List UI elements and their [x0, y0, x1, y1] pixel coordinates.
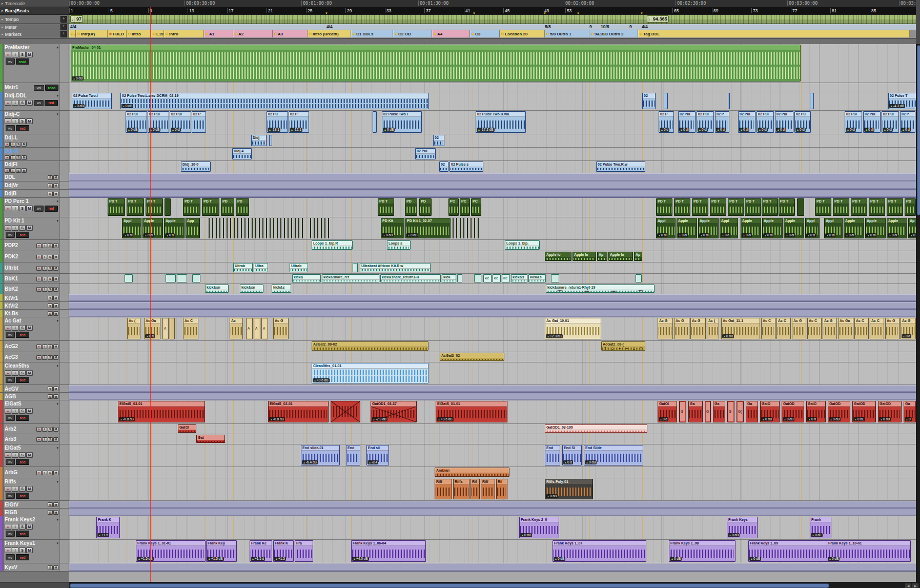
- automation-mode-button[interactable]: red: [16, 531, 29, 537]
- audio-clip[interactable]: PD T: [674, 198, 690, 216]
- audio-clip[interactable]: Appl▲0 dl: [122, 218, 141, 238]
- audio-clip[interactable]: Apple▲0 dl: [784, 218, 804, 238]
- audio-clip[interactable]: A: [162, 318, 169, 339]
- clip-gain-badge[interactable]: ▲0 dl: [845, 233, 855, 237]
- mute-button[interactable]: M: [53, 565, 58, 570]
- audio-clip[interactable]: 02 Pul▲0 dl: [845, 111, 862, 133]
- clip-gain-badge[interactable]: ▲+0.6 dB: [437, 417, 454, 421]
- audio-clip[interactable]: PD T: [378, 198, 394, 216]
- track-header[interactable]: PD Kit 1▾●ISMwvred: [0, 217, 69, 240]
- record-arm-button[interactable]: ●: [5, 225, 11, 231]
- audio-clip[interactable]: kick&snare_ret: [322, 274, 379, 282]
- clip-gain-badge[interactable]: ▲0 d: [806, 233, 816, 237]
- audio-clip[interactable]: GatO▲0 dB: [760, 401, 780, 422]
- record-arm-button[interactable]: ●: [5, 142, 10, 147]
- automation-mode-button[interactable]: red: [16, 377, 29, 383]
- scroll-right-button[interactable]: ▶: [912, 583, 919, 588]
- mute-button[interactable]: M: [53, 344, 58, 349]
- track-header[interactable]: KysVSM: [0, 563, 69, 572]
- track-options-icon[interactable]: ▾: [56, 46, 59, 50]
- ruler-bars[interactable]: ▸Bars|Beats15913172125293337414549536569…: [0, 7, 920, 15]
- audio-clip[interactable]: Ap▲0: [908, 218, 916, 238]
- audio-clip[interactable]: 02 Pul▲0 dl: [863, 111, 881, 133]
- input-monitor-button[interactable]: I: [12, 325, 18, 331]
- audio-clip[interactable]: Ultra: [254, 263, 268, 272]
- audio-clip[interactable]: End Slide▲0 dB: [584, 445, 643, 465]
- track-header[interactable]: BbK2●ISM: [0, 284, 69, 294]
- audio-clip[interactable]: 02 Pu▲0 dl: [794, 111, 811, 133]
- audio-clip[interactable]: Ac G: [273, 318, 289, 339]
- solo-button[interactable]: S: [16, 142, 21, 147]
- meter-event[interactable]: 9: [629, 24, 632, 29]
- clip-gain-badge[interactable]: ▲0 dl: [699, 233, 709, 237]
- clip-gain-badge[interactable]: ▲0: [905, 417, 912, 421]
- marker-chip[interactable]: ◆A2: [233, 30, 273, 37]
- clip-gain-badge[interactable]: ▲0 dB: [406, 233, 418, 237]
- solo-button[interactable]: S: [16, 155, 21, 160]
- clip-gain-badge[interactable]: ▲0 dE: [811, 533, 823, 537]
- audio-clip[interactable]: Apple▲0 dl: [887, 218, 907, 238]
- clip-gain-badge[interactable]: ▲-19.1: [268, 128, 280, 132]
- waveform-view-button[interactable]: wv: [6, 493, 15, 499]
- marker-chip[interactable]: ◆9&10/8 Outro 2: [589, 30, 638, 37]
- mute-button[interactable]: M: [53, 296, 58, 300]
- audio-clip[interactable]: kick&sn: [205, 285, 229, 293]
- solo-button[interactable]: S: [19, 370, 26, 376]
- audio-clip[interactable]: Apple lo: [545, 252, 571, 261]
- audio-clip[interactable]: GatOD1_03-100: [545, 424, 647, 433]
- input-monitor-button[interactable]: I: [10, 155, 15, 160]
- track-header[interactable]: AcGVSM: [0, 385, 69, 393]
- clip-gain-badge[interactable]: ▲0 dB: [546, 494, 558, 498]
- solo-button[interactable]: S: [48, 565, 53, 570]
- collapse-icon[interactable]: ▸: [2, 2, 4, 6]
- clip-gain-badge[interactable]: ▲+4.0 dB: [352, 557, 369, 561]
- clip-gain-badge[interactable]: ▲0 dE: [853, 417, 865, 421]
- input-monitor-button[interactable]: I: [42, 266, 47, 271]
- automation-mode-button[interactable]: red: [16, 415, 29, 421]
- audio-clip[interactable]: [165, 198, 171, 216]
- ruler-content-meter[interactable]: 4/44/45/8910/894/4: [69, 24, 916, 30]
- record-arm-button[interactable]: ●: [36, 355, 42, 360]
- audio-clip[interactable]: PD T: [108, 198, 125, 216]
- record-arm-button[interactable]: ●: [5, 155, 10, 160]
- audio-clip[interactable]: PD T: [692, 198, 708, 216]
- audio-clip[interactable]: Ac C: [807, 318, 822, 339]
- marker-chip[interactable]: ◆FBED: [108, 30, 127, 37]
- meter-event[interactable]: 4/4: [642, 24, 648, 29]
- automation-mode-button[interactable]: red: [16, 554, 29, 560]
- record-arm-button[interactable]: ●: [5, 524, 11, 530]
- audio-clip[interactable]: Ga: [688, 401, 703, 422]
- clip-gain-badge[interactable]: ▲0 dl: [866, 233, 876, 237]
- audio-clip[interactable]: kick&snare_return1-Rhyt-19: [546, 285, 655, 293]
- input-monitor-button[interactable]: I: [42, 244, 47, 248]
- track-options-icon[interactable]: ▾: [56, 199, 59, 204]
- audio-clip[interactable]: Frank Ke▲+1.5 d: [250, 540, 272, 562]
- clip-gain-badge[interactable]: ▲0 dl: [883, 128, 893, 132]
- track-lane[interactable]: [69, 310, 916, 317]
- record-arm-button[interactable]: ●: [36, 471, 42, 475]
- v-scroll-thumb[interactable]: [917, 45, 920, 215]
- audio-clip[interactable]: PD T: [710, 198, 726, 216]
- audio-clip[interactable]: Ac G: [658, 318, 673, 339]
- clip-gain-badge[interactable]: ▲+1.5: [97, 533, 109, 537]
- audio-clip[interactable]: PreMaster_04-01▲0 dB: [71, 45, 801, 82]
- audio-clip[interactable]: 02 Pulse Two.R.w: [596, 161, 645, 172]
- marker-chip[interactable]: ◆A3: [273, 30, 308, 37]
- mute-button[interactable]: M: [53, 437, 58, 442]
- track-lane[interactable]: PD TPD TPD TPD TPD TPDPDPD TPDPDPCPCPCPD…: [69, 198, 916, 217]
- audio-clip[interactable]: PD: [221, 198, 234, 216]
- clip-gain-badge[interactable]: ▲0: [909, 233, 916, 237]
- track-header[interactable]: ArbG●ISM: [0, 467, 69, 478]
- mute-button[interactable]: M: [22, 168, 27, 173]
- solo-button[interactable]: S: [48, 437, 53, 442]
- audio-clip[interactable]: Ac Ga: [838, 318, 853, 339]
- audio-clip[interactable]: Appl▲0 dl: [656, 218, 676, 238]
- track-header[interactable]: Ultrbt●ISM: [0, 262, 69, 274]
- track-header[interactable]: Clean5ths▾●ISMwvred: [0, 362, 69, 385]
- record-arm-button[interactable]: ●: [36, 287, 42, 292]
- track-header[interactable]: BbK1●ISM: [0, 274, 69, 284]
- collapse-icon[interactable]: ▸: [2, 17, 4, 22]
- track-header[interactable]: PD Perc 1▾●ISMwvred: [0, 198, 69, 217]
- track-lane[interactable]: Gat: [69, 434, 916, 444]
- audio-clip[interactable]: 02 Pulse Two.L.wav-DCRM_02-19▲0 dB: [120, 93, 429, 109]
